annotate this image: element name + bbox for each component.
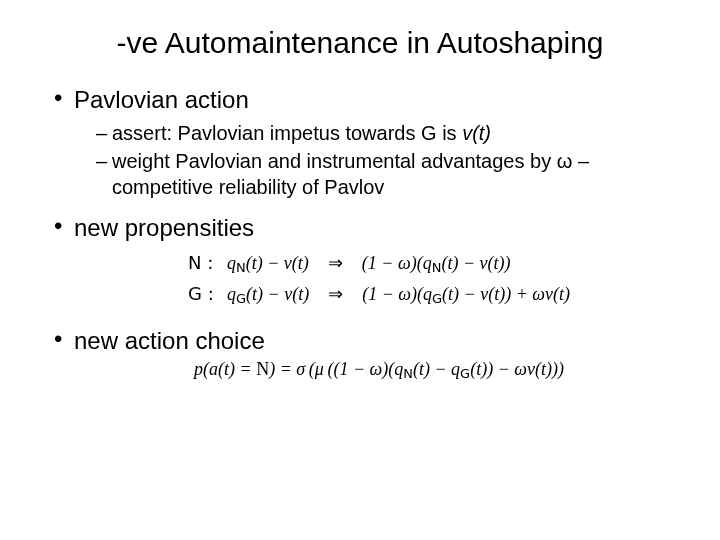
propensity-equations: N : qN(t) − v(t) ⇒ (1 − ω)(qN(t) − v(t))… — [74, 244, 684, 315]
eq-n-label: N : — [188, 248, 222, 279]
slide-title: -ve Automaintenance in Autoshaping — [36, 26, 684, 60]
bullet-text: new action choice — [74, 327, 265, 354]
omega: ω — [557, 150, 573, 172]
eq-g-row: G : qG(t) − v(t) ⇒ (1 − ω)(qG(t) − v(t))… — [188, 279, 570, 310]
slide: -ve Automaintenance in Autoshaping Pavlo… — [0, 0, 720, 540]
text: weight Pavlovian and instrumental advant… — [112, 150, 557, 172]
bullet-text: new propensities — [74, 214, 254, 241]
bullet-list: Pavlovian action assert: Pavlovian impet… — [36, 86, 684, 381]
eq-block: N : qN(t) − v(t) ⇒ (1 − ω)(qN(t) − v(t))… — [178, 244, 580, 315]
implies-icon: ⇒ — [328, 248, 343, 279]
eq-n-rhs: (1 − ω)(qN(t) − v(t)) — [362, 253, 511, 273]
bullet-pavlovian-action: Pavlovian action assert: Pavlovian impet… — [54, 86, 684, 200]
bullet-text: Pavlovian action — [74, 86, 249, 113]
v-of-t: v(t) — [462, 122, 491, 144]
eq-n-row: N : qN(t) − v(t) ⇒ (1 − ω)(qN(t) − v(t)) — [188, 248, 570, 279]
bullet-new-action-choice: new action choice p(a(t) = N) = σ (μ ((1… — [54, 327, 684, 381]
sub-list: assert: Pavlovian impetus towards G is v… — [74, 120, 684, 200]
eq-g-label: G : — [188, 279, 222, 310]
action-equation: p(a(t) = N) = σ (μ ((1 − ω)(qN(t) − qG(t… — [74, 359, 684, 381]
sub-assert: assert: Pavlovian impetus towards G is v… — [96, 120, 684, 146]
eq-action: p(a(t) = N) = σ (μ ((1 − ω)(qN(t) − qG(t… — [194, 359, 564, 379]
implies-icon: ⇒ — [328, 279, 343, 310]
sub-weight: weight Pavlovian and instrumental advant… — [96, 148, 684, 200]
eq-g-rhs: (1 − ω)(qG(t) − v(t)) + ωv(t) — [362, 284, 570, 304]
bullet-new-propensities: new propensities N : qN(t) − v(t) ⇒ (1 −… — [54, 214, 684, 315]
text: assert: Pavlovian impetus towards G is — [112, 122, 462, 144]
eq-n-lhs: qN(t) − v(t) — [227, 253, 309, 273]
eq-g-lhs: qG(t) − v(t) — [227, 284, 309, 304]
